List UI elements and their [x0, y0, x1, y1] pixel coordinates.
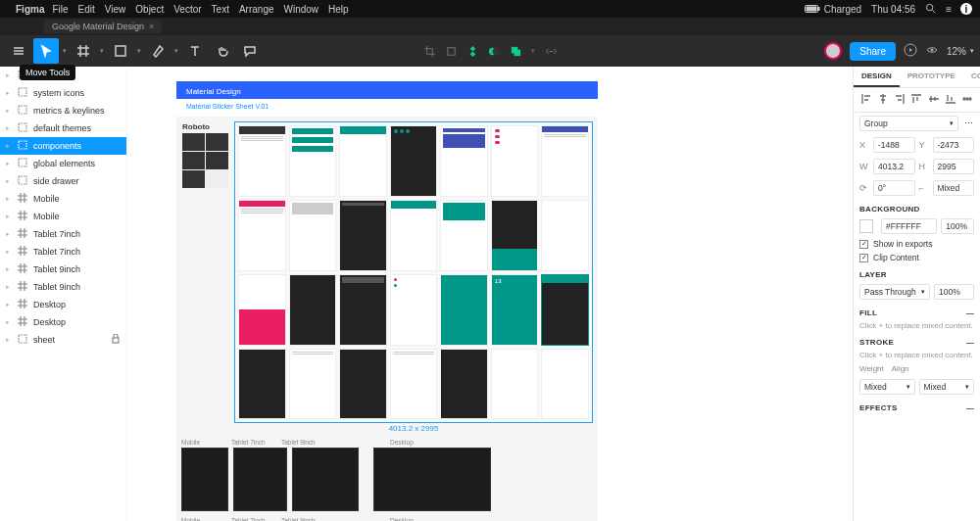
menu-window[interactable]: Window — [284, 4, 319, 15]
menu-file[interactable]: File — [52, 4, 68, 15]
radius-field[interactable]: Mixed — [933, 180, 975, 196]
layer-item[interactable]: ▸components — [0, 137, 126, 155]
align-left-icon[interactable] — [860, 93, 872, 107]
text-tool[interactable] — [182, 38, 208, 64]
menu-extra-icon[interactable]: ≡ — [946, 4, 951, 15]
tab-design[interactable]: DESIGN — [854, 67, 900, 87]
share-button[interactable]: Share — [850, 42, 896, 61]
layer-item[interactable]: ▸global elements — [0, 155, 126, 172]
bg-opacity-field[interactable]: 100% — [941, 218, 974, 234]
lock-icon[interactable] — [111, 334, 121, 346]
close-icon[interactable]: × — [149, 22, 154, 31]
clip-content-checkbox[interactable]: ✓Clip Content — [854, 251, 980, 264]
group-icon — [18, 105, 27, 117]
group-icon — [18, 334, 27, 346]
move-tool-caret[interactable]: ▾ — [61, 47, 69, 55]
layer-item[interactable]: ▸Mobile — [0, 208, 126, 225]
align-right-icon[interactable] — [894, 93, 906, 107]
layer-item[interactable]: ▸Tablet 9inch — [0, 260, 126, 278]
align-more-icon[interactable] — [961, 93, 973, 107]
align-icon[interactable] — [443, 43, 459, 59]
x-field[interactable]: -1488 — [873, 137, 915, 153]
group-icon — [18, 87, 27, 99]
roboto-type-sample[interactable]: Roboto — [181, 121, 230, 423]
frame-tool[interactable] — [71, 38, 96, 64]
crop-icon[interactable] — [421, 43, 437, 59]
layer-item[interactable]: ▸sheet — [0, 331, 126, 349]
menu-help[interactable]: Help — [328, 4, 349, 15]
toolbar-center: ▾ — [421, 43, 559, 59]
menu-edit[interactable]: Edit — [78, 4, 95, 15]
link-icon[interactable] — [543, 43, 559, 59]
w-field[interactable]: 4013.2 — [873, 159, 915, 174]
h-field[interactable]: 2995 — [933, 159, 975, 174]
layer-opacity-field[interactable]: 100% — [934, 284, 974, 300]
shape-tool[interactable] — [108, 38, 133, 64]
bg-hex-field[interactable]: #FFFFFF — [881, 218, 937, 234]
tab-google-material-design[interactable]: Google Material Design × — [44, 20, 162, 33]
zoom-level[interactable]: 12%▾ — [947, 46, 974, 57]
effects-options-icon[interactable]: — — [966, 403, 974, 412]
layer-item[interactable]: ▸Mobile — [0, 190, 126, 208]
info-icon[interactable]: i — [960, 3, 972, 15]
show-in-exports-checkbox[interactable]: ✓Show in exports — [854, 237, 980, 251]
canvas[interactable]: Material Design Material Sticker Sheet V… — [127, 67, 853, 521]
sticker-sheet-title[interactable]: Material Sticker Sheet V.01 — [176, 99, 598, 117]
component-icon[interactable] — [465, 43, 480, 59]
main-menu-button[interactable] — [6, 38, 31, 64]
fill-options-icon[interactable]: — — [966, 308, 974, 317]
sticker-sheet[interactable]: Roboto — [176, 117, 598, 521]
move-tool[interactable] — [33, 38, 59, 64]
layer-item[interactable]: ▸system icons — [0, 84, 126, 102]
svg-rect-21 — [113, 338, 119, 343]
present-icon[interactable] — [904, 43, 917, 59]
mask-icon[interactable] — [486, 43, 502, 59]
layer-item[interactable]: ▸Desktop — [0, 313, 126, 331]
layer-item[interactable]: ▸Tablet 9inch — [0, 278, 126, 296]
stroke-weight-select[interactable]: Mixed▾ — [859, 379, 915, 395]
layer-item[interactable]: ▸Desktop — [0, 296, 126, 313]
menu-text[interactable]: Text — [212, 4, 229, 15]
frame-type-select[interactable]: Group▾ — [859, 116, 958, 131]
hand-tool[interactable] — [210, 38, 235, 64]
layer-item[interactable]: ▸default themes — [0, 119, 126, 137]
boolean-union-icon[interactable] — [508, 43, 523, 59]
frame-row-2[interactable]: Mobile Tablet 7inch Tablet 9inch Desktop — [181, 517, 593, 521]
bg-swatch[interactable] — [859, 219, 873, 233]
inspector-panel[interactable]: DESIGN PROTOTYPE CO Group▾ ⋯ X-1488 Y-24… — [853, 67, 980, 521]
layer-item[interactable]: ▸side drawer — [0, 172, 126, 190]
rotation-field[interactable]: 0° — [873, 180, 915, 196]
tab-prototype[interactable]: PROTOTYPE — [900, 67, 963, 87]
tooltip-move-tools: Move Tools — [20, 65, 75, 80]
align-bottom-icon[interactable] — [945, 93, 956, 107]
component-grid[interactable]: 13 — [238, 125, 589, 419]
align-hcenter-icon[interactable] — [877, 93, 889, 107]
y-field[interactable]: -2473 — [933, 137, 975, 153]
comment-tool[interactable] — [237, 38, 263, 64]
align-vcenter-icon[interactable] — [928, 93, 940, 107]
search-icon[interactable] — [925, 3, 936, 16]
stroke-align-select[interactable]: Mixed▾ — [919, 379, 975, 395]
layer-item[interactable]: ▸Tablet 7inch — [0, 225, 126, 243]
frame-icon — [18, 211, 27, 222]
menu-object[interactable]: Object — [135, 4, 164, 15]
selection-box-components[interactable]: 13 4013.2 x 2995 — [234, 121, 593, 423]
align-top-icon[interactable] — [910, 93, 922, 107]
view-settings-icon[interactable] — [925, 43, 939, 59]
menu-vector[interactable]: Vector — [173, 4, 201, 15]
user-avatar[interactable] — [824, 42, 842, 60]
frame-options-icon[interactable]: ⋯ — [962, 118, 974, 128]
pen-tool[interactable] — [145, 38, 171, 64]
menu-view[interactable]: View — [105, 4, 126, 15]
stroke-options-icon[interactable]: — — [966, 338, 974, 347]
tab-code[interactable]: CO — [963, 67, 980, 87]
layer-item[interactable]: ▸Tablet 7inch — [0, 243, 126, 260]
app-name[interactable]: Figma — [16, 4, 44, 15]
layers-panel[interactable]: ▸▸system icons▸metrics & keylines▸defaul… — [0, 67, 127, 521]
layer-item[interactable]: ▸metrics & keylines — [0, 102, 126, 119]
svg-rect-15 — [19, 106, 26, 114]
blend-mode-select[interactable]: Pass Through▾ — [859, 284, 930, 300]
frame-row-1[interactable]: Mobile Tablet 7inch Tablet 9inch Desktop — [181, 439, 593, 446]
menu-arrange[interactable]: Arrange — [239, 4, 274, 15]
canvas-banner[interactable]: Material Design — [176, 81, 598, 99]
